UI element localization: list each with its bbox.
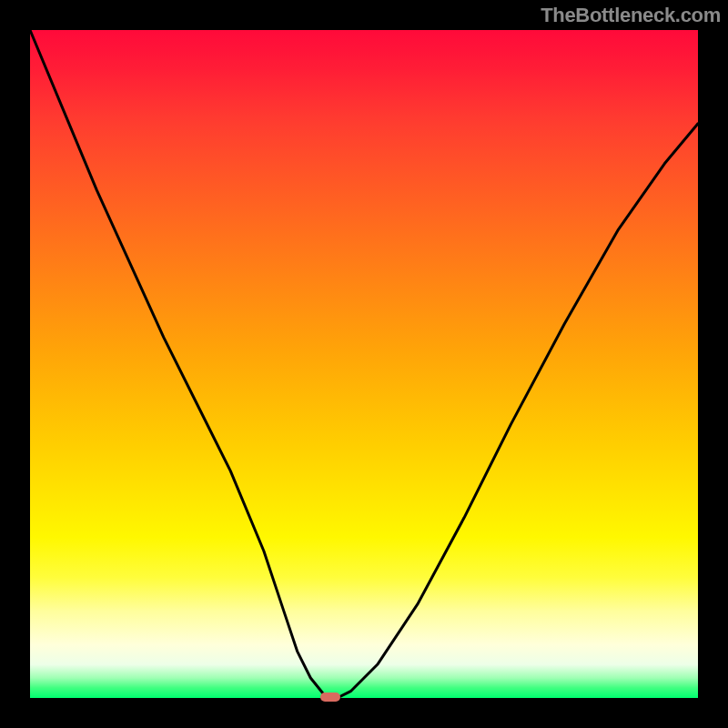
bottleneck-curve [30,30,698,698]
minimum-marker [320,693,340,702]
watermark-label: TheBottleneck.com [541,4,721,27]
plot-area [30,30,698,698]
